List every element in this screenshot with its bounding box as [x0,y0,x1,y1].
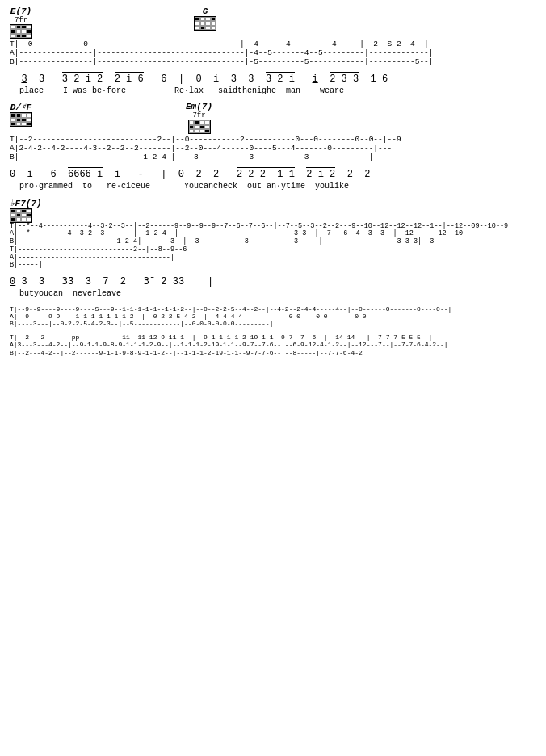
chord-e7-grid [10,24,32,39]
chord-e7-pos: 7fr [15,16,27,24]
chord-g-grid [194,16,216,31]
section-1: E(7) 7fr G [10,6,536,67]
section-5: T|--2---2-------pp-----------11--11-12-9… [10,334,536,356]
chord-bf7-grid [10,208,32,223]
chord-bf7: ♭F7(7) [10,198,536,223]
tab-staff-3a: T|--*--4-----------4--3-2--3--|--2------… [10,223,536,246]
page: E(7) 7fr G [0,0,546,368]
section-3: ♭F7(7) T|--*--4-----------4--3-2--3--|--… [10,198,536,271]
chord-df-name: D/♯F [10,102,32,112]
chord-e7: E(7) 7fr [10,6,32,39]
chord-em7-name: Em(7) [186,102,212,111]
section-2: D/♯F Em(7) 7fr [10,102,536,162]
notation-2: 0 i 6 6666 i i - | 0 2 2 2 2 2 1 1 2 i 2… [10,167,536,191]
notation-3: 0 3 3 3̄3 3 7 2 3̄ 2 33 | butyoucan neve… [10,275,536,299]
chord-g: G [194,6,216,31]
chord-header-2: D/♯F Em(7) 7fr [10,102,536,134]
chord-df-grid [10,112,32,127]
chord-df: D/♯F [10,102,32,127]
section-4: T|--9--9----9----9----S---9--1-1-1-1-1--… [10,305,536,328]
chord-em7-pos: 7fr [192,111,205,120]
tab-staff-4: T|--9--9----9----9----S---9--1-1-1-1-1--… [10,305,536,328]
chord-e7-name: E(7) [10,6,32,16]
notation-1: 3 3 3 2 i 2 2 i 6 6 | 0 i 3 3 3 2 i i 2 … [10,72,536,96]
chord-g-name: G [203,6,208,16]
chord-bf7-name: ♭F7(7) [10,198,42,208]
chord-header-1: E(7) 7fr G [10,6,536,39]
chord-em7: Em(7) 7fr [186,102,212,134]
tab-staff-2: T|--2---------------------------2--|--0-… [10,136,536,162]
chord-em7-grid [188,120,211,134]
tab-staff-3b: T|----------------------------2--|--8--9… [10,246,536,270]
tab-staff-1: T|--0-----------0-----------------------… [10,40,536,67]
tab-staff-5: T|--2---2-------pp-----------11--11-12-9… [10,334,536,356]
